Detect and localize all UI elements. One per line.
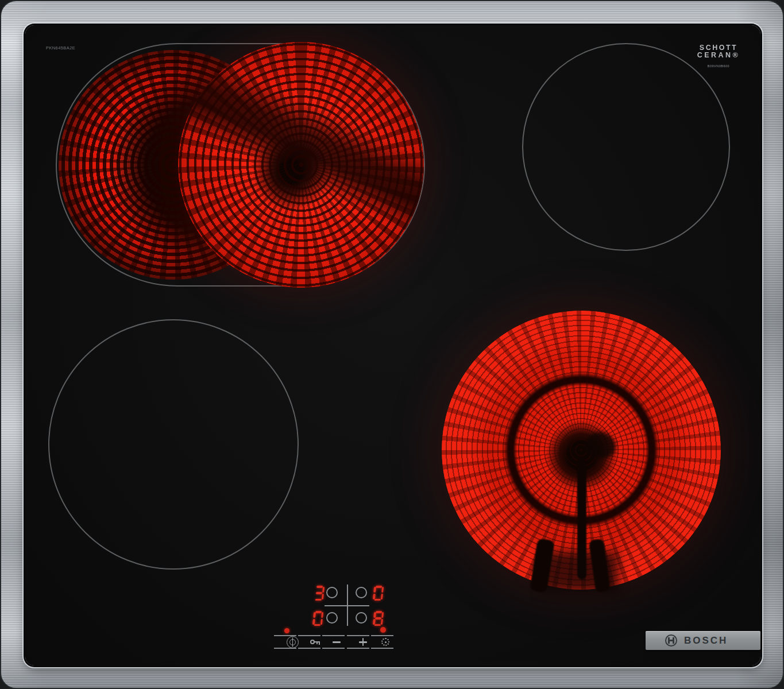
schott-logo-line1: SCHOTT [700,44,737,52]
minus-icon [333,641,341,643]
zone-indicator-back-left [326,587,338,598]
sensor-shadow [582,427,620,462]
zone-indicator-front-right [356,612,367,624]
bosch-badge: BOSCH [646,631,760,650]
power-indicator-dot [284,628,289,633]
timer-indicator-dot [380,627,386,633]
glass-surface: PKN645BA2E SCHOTT CERAN® B09VN0B600 [25,25,760,665]
cooktop-frame: PKN645BA2E SCHOTT CERAN® B09VN0B600 [0,0,784,689]
schott-ceran-logo: SCHOTT CERAN® B09VN0B600 [694,44,743,69]
zone-back-right-outline [522,43,730,251]
display-front-left-digit [312,611,324,626]
bosch-logo-icon [665,634,677,647]
model-label: PKN645BA2E [46,45,75,51]
display-front-right-digit [373,611,384,626]
zone-front-right-glow [442,311,721,590]
display-back-left-digit [314,586,325,601]
zone-front-left-outline [48,319,299,570]
zone-indicator-front-left [326,612,338,624]
schott-logo-code: B09VN0B600 [694,63,743,69]
heating-coil-back-left-main [178,42,424,288]
zone-indicator-back-right [356,587,367,598]
schott-logo-line2: CERAN® [697,51,740,59]
display-divider-horizontal [325,605,369,606]
bosch-wordmark: BOSCH [684,635,728,647]
display-back-right-digit [373,586,384,601]
